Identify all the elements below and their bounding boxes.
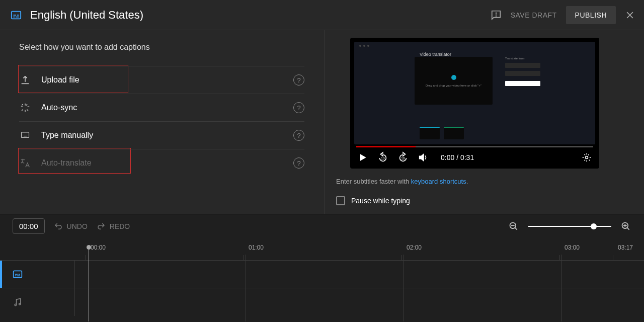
- ruler-tick: 02:00: [407, 244, 422, 251]
- svg-point-17: [586, 156, 588, 159]
- caption-track[interactable]: [0, 261, 644, 288]
- shortcut-hint: Enter subtitles faster with keyboard sho…: [336, 178, 626, 185]
- caption-track-icon: [0, 269, 35, 279]
- ruler-tick: 03:00: [565, 244, 580, 251]
- feedback-icon[interactable]: [491, 10, 502, 21]
- help-icon[interactable]: ?: [293, 102, 304, 113]
- video-controls: 10 10 0:00 / 0:31: [350, 146, 599, 169]
- option-auto-sync[interactable]: Auto-sync ?: [19, 94, 304, 121]
- page-title: English (United States): [30, 9, 491, 22]
- thumb-title: Video translator: [420, 52, 451, 57]
- help-icon[interactable]: ?: [293, 130, 304, 141]
- svg-point-31: [19, 303, 21, 304]
- svg-text:10: 10: [381, 156, 385, 160]
- publish-button[interactable]: PUBLISH: [566, 6, 616, 24]
- keyboard-icon: [19, 129, 31, 141]
- option-type-manually[interactable]: Type manually ?: [19, 121, 304, 149]
- timeline-toolbar: 00:00 UNDO REDO: [0, 214, 644, 238]
- current-time-chip[interactable]: 00:00: [13, 218, 45, 234]
- redo-button[interactable]: REDO: [97, 222, 130, 231]
- audio-track[interactable]: [0, 288, 644, 316]
- rewind-10-icon[interactable]: 10: [377, 152, 388, 163]
- volume-icon[interactable]: [418, 152, 429, 163]
- help-icon[interactable]: ?: [293, 157, 304, 169]
- music-note-icon: [0, 297, 35, 307]
- option-label: Auto-sync: [41, 103, 288, 112]
- preview-pane: Video translator Drag and drop your vide…: [325, 30, 644, 214]
- save-draft-button[interactable]: SAVE DRAFT: [511, 11, 557, 19]
- svg-rect-9: [22, 132, 29, 138]
- svg-text:10: 10: [401, 156, 405, 160]
- svg-point-30: [15, 304, 16, 305]
- settings-icon[interactable]: [581, 152, 592, 163]
- forward-10-icon[interactable]: 10: [397, 152, 409, 163]
- timeline-ruler[interactable]: 00:00 01:00 02:00 03:00 03:17: [0, 238, 644, 261]
- play-icon[interactable]: [357, 152, 368, 163]
- help-icon[interactable]: ?: [293, 74, 304, 86]
- zoom-out-icon[interactable]: [508, 221, 519, 232]
- undo-button[interactable]: UNDO: [54, 222, 88, 231]
- video-thumbnail: Video translator Drag and drop your vide…: [354, 42, 595, 144]
- timeline[interactable]: 00:00 01:00 02:00 03:00 03:17: [0, 238, 644, 322]
- pause-checkbox[interactable]: [336, 196, 345, 205]
- header-actions: SAVE DRAFT PUBLISH: [491, 6, 635, 24]
- options-pane: Select how you want to add captions Uplo…: [0, 30, 325, 214]
- zoom-slider[interactable]: [528, 226, 611, 227]
- zoom-in-icon[interactable]: [620, 221, 631, 232]
- option-label: Type manually: [41, 131, 288, 140]
- subtitles-icon: [9, 10, 23, 21]
- instruction-text: Select how you want to add captions: [19, 43, 304, 52]
- svg-line-24: [627, 227, 629, 229]
- pause-while-typing-row[interactable]: Pause while typing: [336, 196, 626, 205]
- upload-icon: [19, 74, 31, 86]
- video-player: Video translator Drag and drop your vide…: [350, 38, 599, 169]
- ruler-tick: 01:00: [249, 244, 264, 251]
- option-label: Auto-translate: [41, 158, 288, 168]
- option-label: Upload file: [41, 75, 288, 85]
- header-bar: English (United States) SAVE DRAFT PUBLI…: [0, 0, 644, 30]
- ruler-tick: 00:00: [91, 244, 106, 251]
- ruler-tick: 03:17: [618, 244, 633, 251]
- close-icon[interactable]: [625, 10, 635, 20]
- translate-icon: [19, 157, 31, 169]
- main-content: Select how you want to add captions Uplo…: [0, 30, 644, 214]
- option-upload-file[interactable]: Upload file ?: [19, 66, 304, 94]
- svg-point-6: [496, 16, 496, 16]
- keyboard-shortcuts-link[interactable]: keyboard shortcuts: [411, 178, 466, 185]
- pause-label: Pause while typing: [351, 197, 410, 205]
- option-auto-translate[interactable]: Auto-translate ?: [19, 149, 304, 177]
- sparkle-icon: [19, 102, 31, 114]
- svg-line-20: [515, 227, 517, 229]
- video-time: 0:00 / 0:31: [441, 153, 474, 162]
